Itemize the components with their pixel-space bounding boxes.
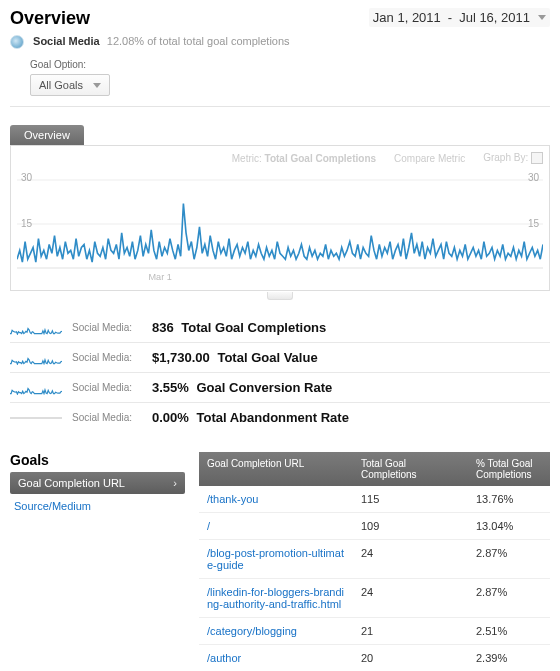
y-tick-left-15: 15 (21, 218, 32, 229)
goal-total: 20 (353, 645, 468, 671)
metric-value: 3.55% (152, 380, 189, 395)
table-row: /10913.04% (199, 513, 550, 540)
metric-row: Social Media:836 Total Goal Completions (10, 317, 550, 338)
chart-resize-handle[interactable] (0, 289, 560, 303)
goal-total: 24 (353, 579, 468, 617)
segment-dot-icon (10, 35, 24, 49)
chevron-right-icon: › (173, 477, 177, 489)
goal-url-link[interactable]: / (207, 520, 210, 532)
divider (10, 106, 550, 107)
goal-total: 24 (353, 540, 468, 578)
goal-pct: 2.39% (468, 645, 550, 671)
metric-segment: Social Media: (72, 412, 142, 423)
metric-row: Social Media:3.55% Goal Conversion Rate (10, 377, 550, 398)
sparkline (10, 411, 62, 425)
date-range-picker[interactable]: Jan 1, 2011 - Jul 16, 2011 (369, 8, 550, 27)
goal-pct: 2.51% (468, 618, 550, 644)
table-row: /blog-post-promotion-ultimate-guide242.8… (199, 540, 550, 579)
goal-total: 109 (353, 513, 468, 539)
metric-label: Total Abandonment Rate (193, 410, 349, 425)
divider (10, 402, 550, 403)
divider (10, 342, 550, 343)
metric-label: Goal Conversion Rate (193, 380, 332, 395)
goal-url-link[interactable]: /blog-post-promotion-ultimate-guide (207, 547, 344, 571)
table-row: /category/blogging212.51% (199, 618, 550, 645)
table-row: /linkedin-for-bloggers-branding-authorit… (199, 579, 550, 618)
goal-url-link[interactable]: /category/blogging (207, 625, 297, 637)
metric-selector[interactable]: Metric: Total Goal Completions (232, 153, 376, 164)
col-header-url[interactable]: Goal Completion URL (199, 452, 353, 486)
segment-note: 12.08% of total total goal completions (107, 35, 290, 47)
date-start: Jan 1, 2011 (373, 10, 441, 25)
date-end: Jul 16, 2011 (459, 10, 530, 25)
compare-metric-selector[interactable]: Compare Metric (394, 153, 465, 164)
goal-option-label: Goal Option: (30, 59, 560, 70)
y-tick-right-15: 15 (528, 218, 539, 229)
metric-value: 836 (152, 320, 174, 335)
sidebar-item-source-medium[interactable]: Source/Medium (10, 494, 185, 512)
metric-value: 0.00% (152, 410, 189, 425)
goal-total: 115 (353, 486, 468, 512)
chevron-down-icon (93, 83, 101, 88)
goal-url-link[interactable]: /thank-you (207, 493, 258, 505)
goal-pct: 13.04% (468, 513, 550, 539)
goals-table: Goal Completion URL Total Goal Completio… (199, 452, 550, 671)
metric-value: $1,730.00 (152, 350, 210, 365)
metric-label: Total Goal Value (214, 350, 318, 365)
chevron-down-icon (538, 15, 546, 20)
col-header-total[interactable]: Total Goal Completions (353, 452, 468, 486)
table-header: Goal Completion URL Total Goal Completio… (199, 452, 550, 486)
sparkline (10, 381, 62, 395)
goal-pct: 13.76% (468, 486, 550, 512)
goals-title: Goals (10, 452, 185, 468)
chart-area[interactable]: 30 30 15 15 Mar 1 (17, 168, 543, 288)
graph-by-label: Graph By: (483, 152, 528, 163)
sparkline (10, 321, 62, 335)
page-title: Overview (10, 8, 90, 29)
table-row: /thank-you11513.76% (199, 486, 550, 513)
metric-label: Total Goal Completions (178, 320, 327, 335)
metrics-list: Social Media:836 Total Goal CompletionsS… (10, 317, 550, 428)
svg-text:Mar 1: Mar 1 (148, 272, 171, 282)
goal-url-link[interactable]: /author (207, 652, 241, 664)
date-separator: - (448, 10, 452, 25)
metric-row: Social Media:$1,730.00 Total Goal Value (10, 347, 550, 368)
y-tick-left-30: 30 (21, 172, 32, 183)
metric-segment: Social Media: (72, 382, 142, 393)
goal-total: 21 (353, 618, 468, 644)
y-tick-right-30: 30 (528, 172, 539, 183)
goal-url-link[interactable]: /linkedin-for-bloggers-branding-authorit… (207, 586, 344, 610)
metric-segment: Social Media: (72, 352, 142, 363)
sidebar-item-label: Goal Completion URL (18, 477, 125, 489)
sparkline (10, 351, 62, 365)
metric-row: Social Media:0.00% Total Abandonment Rat… (10, 407, 550, 428)
graph-by-selector[interactable]: Graph By: (483, 152, 543, 164)
divider (10, 372, 550, 373)
graph-by-option-icon (531, 152, 543, 164)
col-header-pct[interactable]: % Total Goal Completions (468, 452, 550, 486)
goal-pct: 2.87% (468, 540, 550, 578)
goal-option-selected: All Goals (39, 79, 83, 91)
chart-container: Metric: Total Goal Completions Compare M… (10, 145, 550, 291)
goal-option-dropdown[interactable]: All Goals (30, 74, 110, 96)
metric-segment: Social Media: (72, 322, 142, 333)
metric-label: Metric: (232, 153, 262, 164)
metric-value: Total Goal Completions (265, 153, 376, 164)
line-chart: Mar 1 (17, 168, 543, 288)
segment-name[interactable]: Social Media (33, 35, 100, 47)
table-row: /author202.39% (199, 645, 550, 671)
sidebar-item-goal-completion-url[interactable]: Goal Completion URL › (10, 472, 185, 494)
tab-overview[interactable]: Overview (10, 125, 84, 145)
goal-pct: 2.87% (468, 579, 550, 617)
